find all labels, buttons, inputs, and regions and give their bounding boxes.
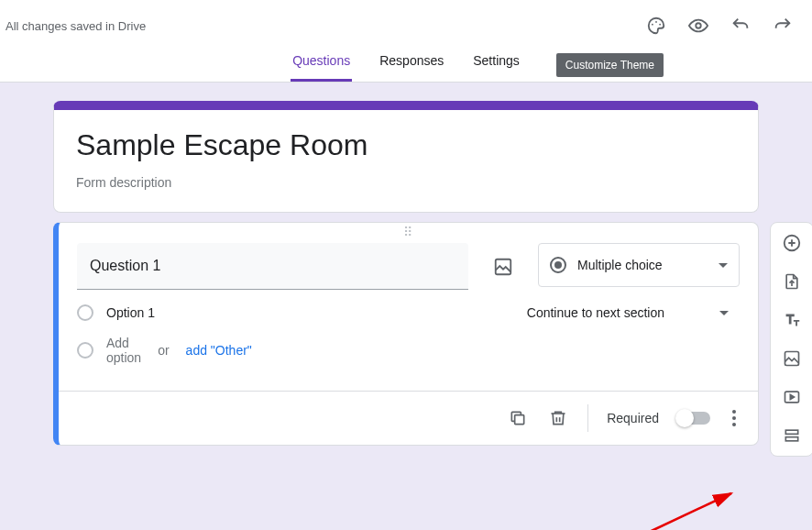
annotation-arrow — [631, 486, 750, 530]
svg-rect-10 — [785, 437, 797, 441]
svg-rect-5 — [515, 415, 524, 425]
svg-line-11 — [640, 493, 731, 530]
drag-handle-icon[interactable]: ⠿ — [59, 223, 758, 236]
form-description[interactable]: Form description — [76, 175, 736, 190]
required-label: Required — [607, 411, 659, 425]
question-type-label: Multiple choice — [577, 258, 708, 272]
question-card: ⠿ Multiple choice — [53, 222, 759, 446]
question-type-dropdown[interactable]: Multiple choice — [538, 243, 740, 287]
tab-responses[interactable]: Responses — [378, 44, 445, 82]
tab-questions[interactable]: Questions — [291, 44, 352, 82]
add-section-icon[interactable] — [781, 425, 803, 447]
add-video-icon[interactable] — [781, 386, 803, 408]
divider — [587, 404, 588, 432]
tab-settings[interactable]: Settings — [471, 44, 521, 82]
svg-rect-9 — [785, 430, 797, 434]
form-header-card[interactable]: Sample Escape Room Form description — [53, 101, 759, 213]
option-1-text[interactable]: Option 1 — [106, 305, 514, 320]
section-nav-label: Continue to next section — [527, 305, 664, 320]
svg-point-3 — [696, 23, 701, 28]
add-other-link[interactable]: add "Other" — [186, 343, 252, 358]
more-options-icon[interactable] — [729, 406, 740, 430]
svg-point-0 — [652, 24, 653, 26]
redo-icon[interactable] — [772, 15, 794, 37]
form-title[interactable]: Sample Escape Room — [76, 128, 736, 162]
chevron-down-icon — [719, 263, 728, 268]
import-question-icon[interactable] — [781, 271, 803, 293]
svg-point-2 — [659, 24, 661, 26]
svg-point-1 — [655, 21, 657, 23]
add-option-text[interactable]: Add option — [106, 336, 141, 365]
add-image-icon[interactable] — [781, 348, 803, 370]
add-title-icon[interactable] — [781, 309, 803, 331]
radio-outline-icon — [77, 342, 93, 359]
palette-icon[interactable] — [645, 15, 667, 37]
section-nav-dropdown[interactable]: Continue to next section — [527, 305, 740, 320]
add-question-icon[interactable] — [781, 232, 803, 254]
trash-icon[interactable] — [547, 407, 569, 429]
eye-icon[interactable] — [687, 15, 709, 37]
chevron-down-icon — [719, 311, 729, 315]
side-toolbar — [770, 222, 812, 457]
radio-icon — [550, 257, 566, 273]
image-icon[interactable] — [483, 247, 523, 287]
duplicate-icon[interactable] — [507, 407, 529, 429]
or-separator: or — [158, 343, 169, 358]
question-title-input[interactable] — [77, 243, 468, 290]
customize-theme-tooltip: Customize Theme — [556, 53, 664, 77]
radio-outline-icon — [77, 304, 93, 321]
undo-icon[interactable] — [730, 15, 752, 37]
save-status: All changes saved in Drive — [5, 19, 146, 33]
required-toggle[interactable] — [677, 412, 710, 425]
